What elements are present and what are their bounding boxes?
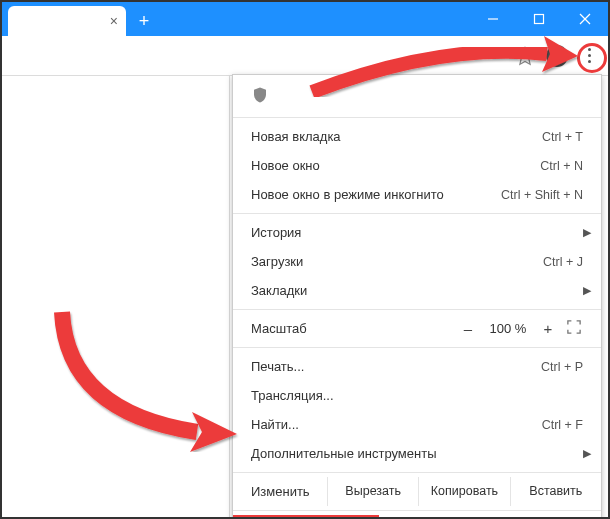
toolbar (2, 36, 608, 76)
menu-find[interactable]: Найти... Ctrl + F (233, 410, 601, 439)
menu-shortcut: Ctrl + Shift + N (501, 188, 583, 202)
menu-new-window[interactable]: Новое окно Ctrl + N (233, 151, 601, 180)
main-menu: Новая вкладка Ctrl + T Новое окно Ctrl +… (232, 74, 602, 519)
maximize-button[interactable] (516, 2, 562, 36)
menu-downloads[interactable]: Загрузки Ctrl + J (233, 247, 601, 276)
menu-bookmarks[interactable]: Закладки ▶ (233, 276, 601, 305)
svg-point-4 (554, 50, 559, 55)
menu-zoom: Масштаб – 100 % + (233, 314, 601, 343)
side-panel (2, 76, 230, 517)
menu-label: Печать... (251, 359, 541, 374)
menu-label: Масштаб (247, 321, 455, 336)
menu-shortcut: Ctrl + J (543, 255, 583, 269)
close-tab-icon[interactable]: × (110, 14, 118, 28)
menu-shortcut: Ctrl + F (542, 418, 583, 432)
close-window-button[interactable] (562, 2, 608, 36)
menu-label: Изменить (233, 477, 327, 506)
menu-label: Найти... (251, 417, 542, 432)
menu-label: Новая вкладка (251, 129, 542, 144)
menu-shortcut: Ctrl + T (542, 130, 583, 144)
star-icon[interactable] (514, 45, 536, 67)
profile-avatar-icon[interactable] (546, 45, 568, 67)
menu-label: Загрузки (251, 254, 543, 269)
menu-label: История (251, 225, 583, 240)
svg-rect-1 (535, 15, 544, 24)
menu-new-tab[interactable]: Новая вкладка Ctrl + T (233, 122, 601, 151)
chevron-right-icon: ▶ (583, 226, 591, 239)
browser-tab[interactable]: × (8, 6, 126, 36)
menu-shortcut: Ctrl + N (540, 159, 583, 173)
shield-icon (233, 79, 601, 113)
new-tab-button[interactable]: + (132, 9, 156, 33)
menu-print[interactable]: Печать... Ctrl + P (233, 352, 601, 381)
menu-label: Трансляция... (251, 388, 583, 403)
menu-settings[interactable]: Настройки (233, 515, 601, 519)
menu-cast[interactable]: Трансляция... (233, 381, 601, 410)
menu-edit-row: Изменить Вырезать Копировать Вставить (233, 477, 601, 506)
menu-incognito[interactable]: Новое окно в режиме инкогнито Ctrl + Shi… (233, 180, 601, 209)
title-bar: × + (2, 2, 608, 36)
chevron-right-icon: ▶ (583, 284, 591, 297)
edit-paste-button[interactable]: Вставить (510, 477, 601, 506)
menu-label: Закладки (251, 283, 583, 298)
chevron-right-icon: ▶ (583, 447, 591, 460)
menu-label: Новое окно (251, 158, 540, 173)
minimize-button[interactable] (470, 2, 516, 36)
zoom-value: 100 % (481, 321, 535, 336)
menu-shortcut: Ctrl + P (541, 360, 583, 374)
menu-history[interactable]: История ▶ (233, 218, 601, 247)
zoom-in-button[interactable]: + (535, 320, 561, 337)
zoom-out-button[interactable]: – (455, 320, 481, 337)
menu-button[interactable] (578, 45, 600, 67)
menu-label: Дополнительные инструменты (251, 446, 583, 461)
menu-more-tools[interactable]: Дополнительные инструменты ▶ (233, 439, 601, 468)
edit-cut-button[interactable]: Вырезать (327, 477, 418, 506)
fullscreen-icon[interactable] (561, 320, 587, 337)
edit-copy-button[interactable]: Копировать (418, 477, 509, 506)
menu-label: Новое окно в режиме инкогнито (251, 187, 501, 202)
